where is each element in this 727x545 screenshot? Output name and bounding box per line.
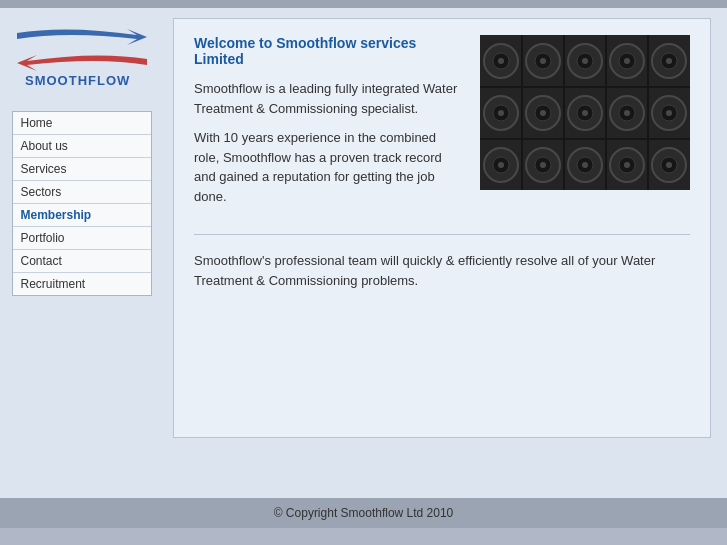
welcome-title: Welcome to Smoothflow services Limited (194, 35, 464, 67)
nav-item-about[interactable]: About us (13, 135, 151, 158)
copyright-text: © Copyright Smoothflow Ltd 2010 (274, 506, 454, 520)
nav-item-home[interactable]: Home (13, 112, 151, 135)
svg-text:SMOOTHFLOW: SMOOTHFLOW (25, 73, 130, 88)
nav-item-contact[interactable]: Contact (13, 250, 151, 273)
industrial-image (480, 35, 690, 190)
welcome-para-2: With 10 years experience in the combined… (194, 128, 464, 206)
sidebar: SMOOTHFLOW Home About us Services Sector… (0, 8, 163, 498)
nav-item-services[interactable]: Services (13, 158, 151, 181)
footer: © Copyright Smoothflow Ltd 2010 (0, 498, 727, 528)
welcome-para-1: Smoothflow is a leading fully integrated… (194, 79, 464, 118)
nav-menu: Home About us Services Sectors Membershi… (12, 111, 152, 296)
bottom-para: Smoothflow's professional team will quic… (194, 251, 690, 290)
industrial-image-svg (480, 35, 690, 190)
content-box: Welcome to Smoothflow services Limited S… (173, 18, 711, 438)
logo-area: SMOOTHFLOW (7, 18, 157, 93)
welcome-section: Welcome to Smoothflow services Limited S… (194, 35, 690, 216)
nav-item-sectors[interactable]: Sectors (13, 181, 151, 204)
welcome-text: Welcome to Smoothflow services Limited S… (194, 35, 464, 216)
main-wrapper: SMOOTHFLOW Home About us Services Sector… (0, 8, 727, 498)
nav-item-portfolio[interactable]: Portfolio (13, 227, 151, 250)
content-area: Welcome to Smoothflow services Limited S… (163, 8, 727, 498)
nav-item-membership[interactable]: Membership (13, 204, 151, 227)
top-bar (0, 0, 727, 8)
svg-rect-54 (480, 35, 690, 190)
nav-item-recruitment[interactable]: Recruitment (13, 273, 151, 295)
logo-svg: SMOOTHFLOW (7, 21, 157, 91)
divider-line (194, 234, 690, 235)
